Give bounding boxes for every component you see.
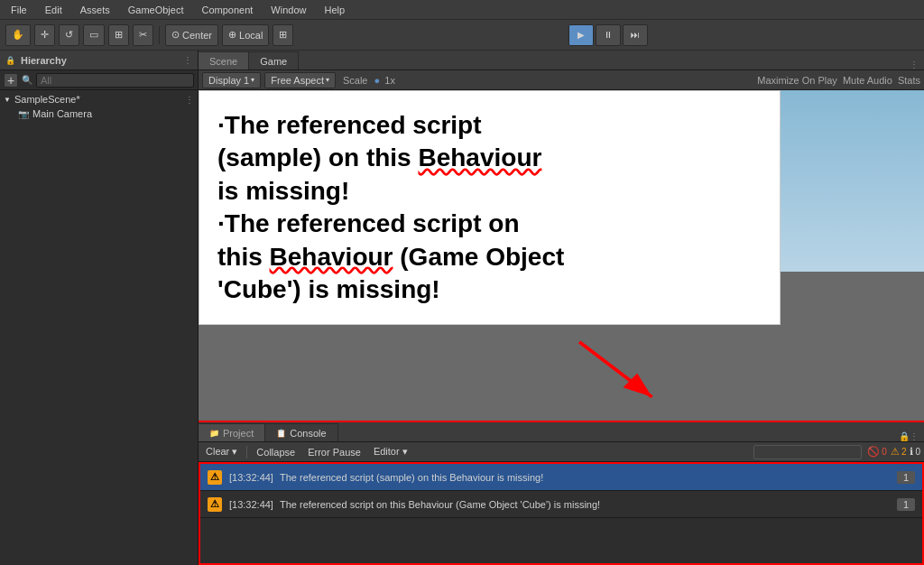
console-toolbar: Clear ▾ Collapse Error Pause Editor ▾ 🚫 … xyxy=(199,442,924,462)
console-message-1[interactable]: ⚠ [13:32:44] The referenced script (samp… xyxy=(200,464,922,491)
hierarchy-items: ▼ SampleScene* ⋮ 📷 Main Camera xyxy=(0,90,198,565)
menu-window[interactable]: Window xyxy=(267,3,310,17)
error-line-1: ·The referenced script xyxy=(217,109,762,142)
console-sep-1 xyxy=(246,446,247,458)
message-count-2: 1 xyxy=(897,498,915,511)
behaviour-underline-2: Behaviour xyxy=(270,243,393,271)
tool-rect[interactable]: ▭ xyxy=(83,24,105,46)
hierarchy-add-button[interactable]: + xyxy=(4,73,18,88)
error-icon: 🚫 xyxy=(867,446,880,458)
scene-expand-icon: ▼ xyxy=(4,96,11,104)
hierarchy-menu-icon[interactable]: ⋮ xyxy=(183,55,192,65)
local-button[interactable]: ⊕ Local xyxy=(222,24,269,46)
bottom-tab-more[interactable]: 🔒 ⋮ xyxy=(893,431,924,441)
toolbar: ✋ ✛ ↺ ▭ ⊞ ✂ ⊙ Center ⊕ Local ⊞ ▶ ⏸ ⏭ xyxy=(0,20,924,51)
tool-move[interactable]: ✛ xyxy=(34,24,55,46)
console-message-container: ⚠ [13:32:44] The referenced script (samp… xyxy=(199,462,924,565)
tool-hand[interactable]: ✋ xyxy=(5,24,31,46)
scene-item[interactable]: ▼ SampleScene* ⋮ xyxy=(0,92,198,107)
message-content-1: The referenced script (sample) on this B… xyxy=(280,472,543,483)
bottom-tabs: 📁 Project 📋 Console 🔒 ⋮ xyxy=(199,422,924,442)
console-message-2[interactable]: ⚠ [13:32:44] The referenced script on th… xyxy=(200,491,922,518)
lock-icon: 🔒 xyxy=(899,431,910,441)
hierarchy-main-camera[interactable]: 📷 Main Camera xyxy=(0,107,198,121)
clear-dropdown-arrow: ▾ xyxy=(232,446,237,457)
menu-assets[interactable]: Assets xyxy=(77,3,114,17)
aspect-dropdown-arrow: ▾ xyxy=(326,76,329,84)
toolbar-separator-1 xyxy=(159,26,160,44)
warn-count: 2 xyxy=(901,447,907,457)
right-area: Scene Game ⋮ Display 1 ▾ Free Aspect ▾ S… xyxy=(199,51,924,565)
step-button[interactable]: ⏭ xyxy=(623,24,648,46)
search-icon: 🔍 xyxy=(22,75,32,85)
scene-name: SampleScene* xyxy=(14,94,80,105)
error-line-5: this Behaviour (Game Object xyxy=(217,241,762,273)
display-dropdown-arrow: ▾ xyxy=(251,76,254,84)
stats-label[interactable]: Stats xyxy=(898,75,920,86)
scale-label: Scale ● 1x xyxy=(343,75,395,86)
local-icon: ⊕ xyxy=(228,29,236,41)
aspect-dropdown[interactable]: Free Aspect ▾ xyxy=(264,72,336,88)
console-tab-label: Console xyxy=(290,428,326,439)
game-toolbar-right: Maximize On Play Mute Audio Stats xyxy=(757,75,920,86)
hierarchy-lock-icon: 🔒 xyxy=(5,56,15,65)
maximize-on-play-label[interactable]: Maximize On Play xyxy=(757,75,837,86)
display-dropdown[interactable]: Display 1 ▾ xyxy=(202,72,261,88)
error-line-4: ·The referenced script on xyxy=(217,208,762,240)
play-button[interactable]: ▶ xyxy=(568,24,594,46)
tool-rotate[interactable]: ↺ xyxy=(59,24,79,46)
center-button[interactable]: ⊙ Center xyxy=(165,24,218,46)
scene-menu-icon[interactable]: ⋮ xyxy=(185,95,194,105)
tab-console[interactable]: 📋 Console xyxy=(265,423,337,441)
view-tab-more[interactable]: ⋮ xyxy=(904,60,924,69)
warn-icon-msg-1: ⚠ xyxy=(208,470,222,485)
editor-dropdown-arrow: ▾ xyxy=(402,446,408,457)
message-count-1: 1 xyxy=(897,471,915,484)
error-popup: ·The referenced script (sample) on this … xyxy=(199,90,781,325)
content-split: ·The referenced script (sample) on this … xyxy=(199,90,924,421)
menu-edit[interactable]: Edit xyxy=(42,3,66,17)
bottom-panel: 📁 Project 📋 Console 🔒 ⋮ Clear ▾ xyxy=(199,421,924,565)
warn-icon-msg-2: ⚠ xyxy=(208,497,222,512)
tool-custom[interactable]: ✂ xyxy=(133,24,153,46)
error-line-3: is missing! xyxy=(217,175,762,208)
project-tab-icon: 📁 xyxy=(209,429,219,438)
clear-dropdown-button[interactable]: Clear ▾ xyxy=(202,445,241,458)
pause-button[interactable]: ⏸ xyxy=(596,24,621,46)
center-icon: ⊙ xyxy=(171,29,180,41)
behaviour-underline-1: Behaviour xyxy=(418,144,541,171)
mute-audio-label[interactable]: Mute Audio xyxy=(843,75,892,86)
menu-file[interactable]: File xyxy=(7,3,31,17)
tab-scene[interactable]: Scene xyxy=(199,51,249,69)
grid-button[interactable]: ⊞ xyxy=(273,24,293,46)
warn-icon-group: ⚠ 2 xyxy=(891,446,907,458)
console-tab-icon: 📋 xyxy=(276,429,286,438)
menu-help[interactable]: Help xyxy=(320,3,348,17)
hierarchy-toolbar: + 🔍 xyxy=(0,70,198,90)
message-content-2: The referenced script on this Behaviour … xyxy=(280,499,600,510)
more-icon: ⋮ xyxy=(910,431,919,441)
error-pause-button[interactable]: Error Pause xyxy=(304,446,365,458)
main-camera-label: Main Camera xyxy=(32,108,92,119)
tab-project[interactable]: 📁 Project xyxy=(199,423,265,441)
message-time-1: [13:32:44] xyxy=(229,472,273,483)
tool-transform[interactable]: ⊞ xyxy=(108,24,129,46)
menu-gameobject[interactable]: GameObject xyxy=(125,3,188,17)
play-controls: ▶ ⏸ ⏭ xyxy=(568,24,648,46)
console-icons: 🚫 0 ⚠ 2 ℹ 0 xyxy=(867,446,920,458)
menu-component[interactable]: Component xyxy=(198,3,256,17)
console-search-input[interactable] xyxy=(753,445,862,459)
warn-icon: ⚠ xyxy=(891,446,900,458)
tab-game[interactable]: Game xyxy=(249,51,299,69)
project-tab-label: Project xyxy=(223,428,254,439)
message-text-1: [13:32:44] The referenced script (sample… xyxy=(229,472,890,483)
editor-dropdown-button[interactable]: Editor ▾ xyxy=(370,445,411,458)
collapse-button[interactable]: Collapse xyxy=(253,446,299,458)
hierarchy-title: Hierarchy xyxy=(21,55,67,66)
hierarchy-search-input[interactable] xyxy=(36,73,194,88)
game-toolbar: Display 1 ▾ Free Aspect ▾ Scale ● 1x Max… xyxy=(199,70,924,90)
info-icon: ℹ xyxy=(910,446,913,458)
hierarchy-panel: 🔒 Hierarchy ⋮ + 🔍 ▼ SampleScene* ⋮ 📷 Mai… xyxy=(0,51,199,565)
error-line-2: (sample) on this Behaviour xyxy=(217,142,762,174)
hierarchy-header: 🔒 Hierarchy ⋮ xyxy=(0,51,198,70)
